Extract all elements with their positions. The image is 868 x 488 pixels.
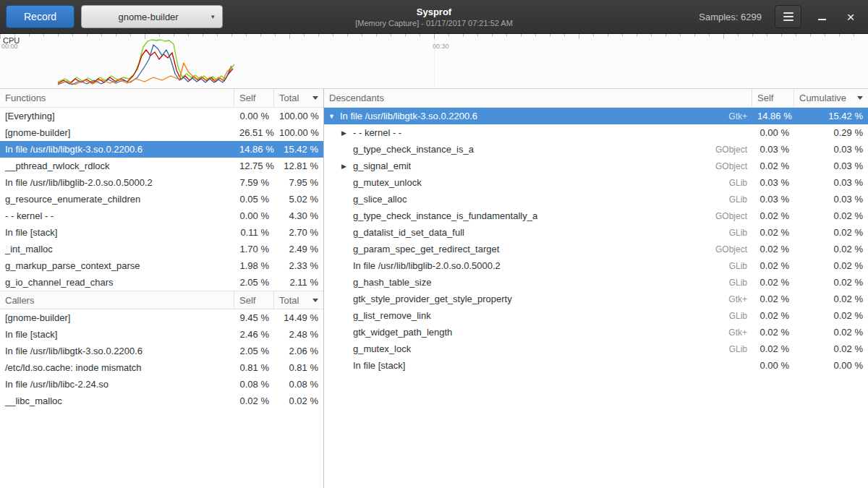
function-name: [gnome-builder] (0, 127, 234, 138)
table-row[interactable]: g_slice_allocGLib0.03 %0.03 % (324, 191, 868, 207)
menu-button[interactable] (775, 5, 801, 28)
samples-count: Samples: 6299 (699, 12, 762, 22)
column-label: Self (239, 295, 255, 306)
close-button[interactable]: × (841, 5, 861, 28)
total-percent: 14.49 % (274, 312, 323, 323)
self-percent: 14.86 % (234, 144, 274, 155)
table-row[interactable]: g_type_check_instance_is_aGObject0.03 %0… (324, 141, 868, 158)
descendant-name-cell: gtk_style_provider_get_style_propertyGtk… (324, 294, 752, 304)
function-name: g_type_check_instance_is_a (353, 144, 474, 155)
table-row[interactable]: gtk_widget_path_lengthGtk+0.02 %0.02 % (324, 324, 868, 341)
library-badge: Gtk+ (721, 294, 747, 304)
library-badge: Gtk+ (721, 111, 747, 121)
table-row[interactable]: g_param_spec_get_redirect_targetGObject0… (324, 241, 868, 257)
table-row[interactable]: g_io_channel_read_chars2.05 %2.11 % (0, 274, 323, 291)
function-name: _int_malloc (0, 244, 234, 254)
cpu-timeline[interactable]: CPU 00:00 00:30 (0, 34, 868, 89)
self-percent: 0.02 % (752, 294, 794, 304)
table-row[interactable]: g_type_check_instance_is_fundamentally_a… (324, 207, 868, 224)
table-row[interactable]: In file [stack]0.00 %0.00 % (324, 357, 868, 374)
table-row[interactable]: In file /usr/lib/libc-2.24.so0.08 %0.08 … (0, 376, 323, 393)
total-percent: 2.06 % (274, 346, 323, 356)
table-row[interactable]: ▶g_signal_emitGObject0.02 %0.03 % (324, 158, 868, 174)
column-header-callers[interactable]: Callers (0, 291, 234, 309)
table-row[interactable]: g_list_remove_linkGLib0.02 %0.02 % (324, 307, 868, 324)
library-badge: GObject (708, 211, 747, 221)
cumulative-percent: 0.02 % (794, 210, 868, 221)
table-row[interactable]: __pthread_rwlock_rdlock12.75 %12.81 % (0, 158, 323, 174)
table-row[interactable]: In file [stack]0.11 %2.70 % (0, 224, 323, 241)
library-badge: GObject (708, 161, 747, 171)
cumulative-percent: 0.03 % (794, 144, 868, 155)
expander-closed-icon[interactable]: ▶ (341, 163, 351, 170)
cumulative-percent: 0.02 % (794, 343, 868, 354)
column-header-total[interactable]: Total (274, 89, 323, 107)
table-row[interactable]: ▶- - kernel - -0.00 %0.29 % (324, 124, 868, 141)
table-row[interactable]: In file [stack]2.46 %2.48 % (0, 326, 323, 343)
column-header-functions[interactable]: Functions (0, 89, 234, 107)
expander-open-icon[interactable]: ▼ (328, 113, 338, 120)
cumulative-percent: 0.29 % (794, 127, 868, 138)
cumulative-percent: 0.02 % (794, 227, 868, 238)
library-badge: GLib (722, 344, 747, 354)
column-header-total[interactable]: Total (274, 291, 323, 309)
table-row[interactable]: g_datalist_id_set_data_fullGLib0.02 %0.0… (324, 224, 868, 241)
total-percent: 0.02 % (274, 395, 323, 406)
table-row[interactable]: g_resource_enumerate_children0.05 %5.02 … (0, 191, 323, 207)
table-row[interactable]: _int_malloc1.70 %2.49 % (0, 241, 323, 257)
self-percent: 0.02 % (752, 277, 794, 288)
column-header-descendants[interactable]: Descendants (324, 89, 752, 107)
expander-closed-icon[interactable]: ▶ (341, 129, 351, 137)
table-row[interactable]: g_mutex_lockGLib0.02 %0.02 % (324, 341, 868, 357)
self-percent: 12.75 % (234, 160, 274, 171)
function-name: In file [stack] (0, 329, 234, 340)
table-row[interactable]: - - kernel - -0.00 %4.30 % (0, 207, 323, 224)
self-percent: 2.46 % (234, 329, 274, 340)
function-name: In file /usr/lib/libgtk-3.so.0.2200.6 (0, 144, 234, 155)
descendant-name-cell: ▶- - kernel - - (324, 127, 752, 138)
table-row[interactable]: /etc/ld.so.cache: inode mismatch0.81 %0.… (0, 359, 323, 376)
table-row[interactable]: g_hash_table_sizeGLib0.02 %0.02 % (324, 274, 868, 291)
table-row[interactable]: __libc_malloc0.02 %0.02 % (0, 393, 323, 409)
column-label: Functions (5, 93, 46, 103)
function-name: gtk_widget_path_length (353, 327, 452, 338)
column-header-self[interactable]: Self (234, 89, 274, 107)
self-percent: 0.03 % (752, 194, 794, 205)
cumulative-percent: 0.02 % (794, 327, 868, 338)
table-row[interactable]: In file /usr/lib/libgtk-3.so.0.2200.62.0… (0, 343, 323, 359)
table-row[interactable]: [gnome-builder]9.45 %14.49 % (0, 309, 323, 326)
self-percent: 26.51 % (234, 127, 274, 138)
table-row[interactable]: ▼In file /usr/lib/libgtk-3.so.0.2200.6Gt… (324, 108, 868, 124)
table-row[interactable]: gtk_style_provider_get_style_propertyGtk… (324, 291, 868, 307)
self-percent: 2.05 % (234, 346, 274, 356)
library-badge: GLib (722, 278, 747, 288)
table-row[interactable]: [gnome-builder]26.51 %100.00 % (0, 124, 323, 141)
self-percent: 14.86 % (752, 111, 794, 121)
table-row[interactable]: In file /usr/lib/libgtk-3.so.0.2200.614.… (0, 141, 323, 158)
table-row[interactable]: In file /usr/lib/libglib-2.0.so.0.5000.2… (0, 174, 323, 191)
function-name: g_param_spec_get_redirect_target (353, 244, 499, 254)
minimize-button[interactable] (812, 5, 832, 28)
function-name: g_slice_alloc (353, 194, 407, 205)
descendant-name-cell: g_mutex_lockGLib (324, 343, 752, 354)
column-header-self[interactable]: Self (752, 89, 794, 107)
table-row[interactable]: In file /usr/lib/libglib-2.0.so.0.5000.2… (324, 257, 868, 274)
table-row[interactable]: [Everything]0.00 %100.00 % (0, 108, 323, 124)
column-header-self[interactable]: Self (234, 291, 274, 309)
cumulative-percent: 0.03 % (794, 177, 868, 188)
table-row[interactable]: g_mutex_unlockGLib0.03 %0.03 % (324, 174, 868, 191)
window-title: Sysprof (417, 7, 451, 17)
process-selector-dropdown[interactable]: gnome-builder ▼ (81, 5, 223, 28)
total-percent: 2.70 % (274, 227, 323, 238)
self-percent: 9.45 % (234, 312, 274, 323)
self-percent: 0.02 % (752, 210, 794, 221)
function-name: g_datalist_id_set_data_full (353, 227, 464, 238)
total-percent: 15.42 % (274, 144, 323, 155)
record-button[interactable]: Record (6, 5, 75, 28)
self-percent: 2.05 % (234, 277, 274, 288)
chevron-down-icon: ▼ (210, 14, 216, 20)
column-header-cumulative[interactable]: Cumulative (794, 89, 868, 107)
function-name: In file /usr/lib/libglib-2.0.so.0.5000.2 (353, 260, 501, 271)
self-percent: 0.02 % (752, 343, 794, 354)
table-row[interactable]: g_markup_parse_context_parse1.98 %2.33 % (0, 257, 323, 274)
